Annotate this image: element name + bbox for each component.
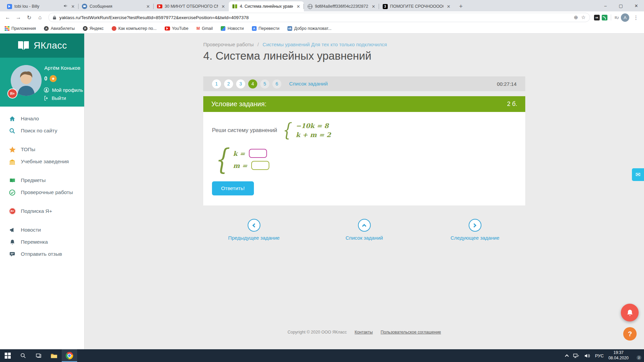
exercise-number-3[interactable]: 3 [236,79,245,88]
sidebar-item-label: Учебные заведения [21,159,69,165]
chevron-up-icon[interactable] [358,219,371,232]
breadcrumb-current[interactable]: Системы уравнений Для тех кто только под… [263,42,387,47]
file-explorer-button[interactable] [46,349,62,362]
contacts-link[interactable]: Контакты [355,330,373,335]
close-icon[interactable]: ✕ [446,4,451,9]
back-button[interactable]: ← [3,13,12,22]
task-list-label[interactable]: Список заданий [345,235,383,241]
action-center-button[interactable]: 2 [633,352,641,359]
tab-youtube-video[interactable]: 30 МИНУТ ОТБОРНОГО СМЕХА ✕ [154,1,229,11]
vk-messages-icon [82,4,87,9]
chevron-right-icon[interactable] [469,219,481,232]
logo-text: ЯКласс [34,40,67,51]
building-icon [9,159,16,165]
start-button[interactable] [0,349,15,362]
task-header-title: Условие задания: [211,100,267,108]
system-brace: { [282,122,291,138]
sidebar-item-feedback[interactable]: Отправить отзыв [0,248,84,260]
breadcrumb-parent[interactable]: Проверочные работы [203,42,254,47]
chevron-left-icon[interactable] [248,219,260,232]
answer-input-k[interactable] [249,149,267,158]
tab-audio-icon[interactable] [63,4,68,9]
clock[interactable]: 19:37 08.04.2020 [608,350,629,361]
reload-button[interactable]: ↻ [25,13,34,22]
home-button[interactable]: ⌂ [36,13,44,22]
close-icon[interactable]: ✕ [70,4,76,9]
tab-messages[interactable]: Сообщения ✕ [78,1,154,11]
taskbar-search-button[interactable] [15,349,31,362]
playlist-extension-icon[interactable]: ≡♪ [614,15,619,20]
profile-link[interactable]: Мой профиль [44,87,83,93]
sidebar-item-subscription[interactable]: Я+ Подписка Я+ [0,205,84,217]
address-bar[interactable]: yaklass.ru/TestWorkRun/Exercise?testResu… [48,13,590,22]
agreement-link[interactable]: Пользовательское соглашение [381,330,441,335]
sidebar-item-subjects[interactable]: Предметы [0,174,84,186]
url-text[interactable]: yaklass.ru/TestWorkRun/Exercise?testResu… [59,15,571,20]
exercise-number-4-active[interactable]: 4 [248,79,257,88]
browser-avatar[interactable]: A [621,13,629,22]
close-window-button[interactable]: ✕ [629,0,644,11]
previous-task[interactable]: Предыдущее задание [228,219,279,241]
maximize-button[interactable]: ▢ [613,0,629,11]
bookmark-gmail[interactable]: M Gmail [197,26,213,31]
tab-hash[interactable]: 9d6f4a8efff336f04c223f2872f8bb ✕ [304,1,379,11]
bookmark-star-icon[interactable]: ☆ [581,14,585,20]
sidebar-item-tests[interactable]: Проверочные работы [0,186,84,198]
close-icon[interactable]: ✕ [145,4,151,9]
tab-tobi-lou[interactable]: tobi lou - Billy ✕ [3,1,78,11]
exercise-number-2[interactable]: 2 [224,79,233,88]
translate-icon: A [252,26,257,31]
close-icon[interactable]: ✕ [371,4,376,9]
bookmark-label: Как компьютер по... [118,26,157,31]
logout-link[interactable]: Выйти [44,96,66,101]
sidebar-item-news[interactable]: Новости [0,224,84,236]
vk-extension-icon[interactable]: vk [594,15,600,20]
language-indicator[interactable]: РУС [595,353,604,358]
sidebar-item-tops[interactable]: ТОПы [0,143,84,156]
sidebar-item-schools[interactable]: Учебные заведения [0,156,84,168]
close-icon[interactable]: ✕ [296,4,301,9]
chrome-taskbar-button[interactable] [62,349,77,362]
zoom-icon[interactable]: ⊕ [574,14,578,20]
exercise-number-6[interactable]: 6 [272,79,281,88]
network-icon[interactable] [573,353,579,359]
sidebar-item-label: Начало [21,116,39,122]
bookmark-aviabilety[interactable]: A Авиабилеты [44,26,75,31]
task-list-link[interactable]: Список заданий [289,81,328,87]
bookmark-kak-komputer[interactable]: Как компьютер по... [112,26,157,31]
new-tab-button[interactable]: + [456,2,466,11]
notification-bell-button[interactable] [621,304,639,321]
exercise-number-1[interactable]: 1 [212,79,221,88]
close-icon[interactable]: ✕ [220,4,226,9]
sidebar-item-search[interactable]: Поиск по сайту [0,125,84,137]
submit-answer-button[interactable]: Ответить! [212,181,254,195]
cast-extension-icon[interactable] [602,15,607,20]
previous-task-label[interactable]: Предыдущее задание [228,235,279,241]
apps-grid-icon [5,26,9,31]
next-task-label[interactable]: Следующее задание [450,235,499,241]
yaklass-logo[interactable]: ЯКласс [0,34,84,58]
bookmark-novosti[interactable]: Новости [221,26,244,31]
browser-menu-icon[interactable]: ⋮ [631,14,641,21]
tab-znanija[interactable]: 3 ПОМОГИТЕ СРОЧНООООООООО ✕ [379,1,454,11]
sidebar-item-home[interactable]: Начало [0,113,84,125]
person-icon [44,87,49,93]
answer-input-m[interactable] [251,161,269,170]
bookmark-perevesti[interactable]: A Перевести [252,26,279,31]
bookmark-youtube[interactable]: YouTube [165,26,189,31]
tray-expand-icon[interactable] [565,354,569,358]
envelope-icon[interactable]: ✉ [632,168,644,181]
bookmark-vk[interactable]: vk Добро пожаловат... [287,26,331,31]
bookmark-yandex[interactable]: Я Яндекс [83,26,104,31]
forward-button[interactable]: → [14,13,23,22]
bookmark-apps[interactable]: Приложения [5,26,36,31]
task-list[interactable]: Список заданий [345,219,383,241]
next-task[interactable]: Следующее задание [450,219,499,241]
sidebar-item-break[interactable]: Переменка [0,236,84,248]
volume-icon[interactable] [584,353,590,359]
help-button[interactable]: ? [623,327,637,341]
minimize-button[interactable]: – [598,0,613,11]
tab-yaklass-active[interactable]: 4. Система линейных уравнени ✕ [229,1,304,11]
exercise-number-5[interactable]: 5 [260,79,269,88]
task-view-button[interactable] [31,349,46,362]
